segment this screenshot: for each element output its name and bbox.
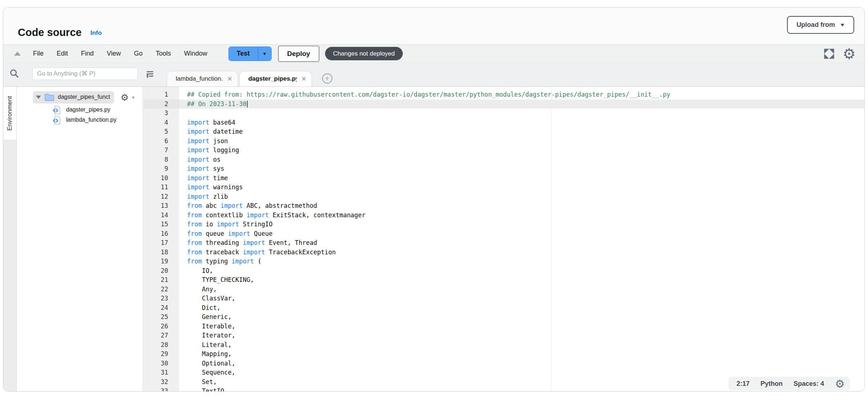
code-text: threading <box>202 239 243 246</box>
menu-item-go[interactable]: Go <box>134 50 143 57</box>
code-keyword: import <box>187 183 209 191</box>
code-line-28[interactable]: Literal, <box>179 340 864 350</box>
code-line-1[interactable]: ## Copied from: https://raw.githubuserco… <box>179 90 864 100</box>
code-line-27[interactable]: Iterator, <box>179 331 864 340</box>
line-number: 17 <box>143 238 179 248</box>
editor-statusbar: 2:17 Python Spaces: 4 ⚙ <box>729 377 850 391</box>
code-line-25[interactable]: Generic, <box>179 312 864 322</box>
menu-item-find[interactable]: Find <box>81 50 94 57</box>
code-line-7[interactable]: import logging <box>179 146 864 155</box>
line-number: 29 <box>143 349 179 359</box>
code-text: zlib <box>209 193 228 200</box>
test-button[interactable]: Test ▼ <box>228 47 272 61</box>
code-comment: ## Copied from: https://raw.githubuserco… <box>187 91 670 98</box>
collapse-pane-icon[interactable] <box>14 52 21 56</box>
go-to-anything-input[interactable] <box>32 68 138 80</box>
search-icon <box>9 69 19 78</box>
menu-item-window[interactable]: Window <box>184 50 207 57</box>
folder-caret-icon[interactable] <box>36 96 41 99</box>
code-line-3[interactable] <box>179 109 864 118</box>
code-keyword: from <box>187 221 202 228</box>
code-area[interactable]: ## Copied from: https://raw.githubuserco… <box>179 87 864 391</box>
line-number: 10 <box>143 174 179 183</box>
code-keyword: from <box>187 230 202 237</box>
code-line-17[interactable]: from threading import Event, Thread <box>179 238 864 248</box>
tab-lambda_function-[interactable]: lambda_function.✕ <box>167 71 238 86</box>
code-line-9[interactable]: import sys <box>179 164 864 174</box>
fullscreen-expand-icon[interactable] <box>824 48 835 59</box>
code-line-8[interactable]: import os <box>179 155 864 165</box>
menu-item-view[interactable]: View <box>107 50 121 57</box>
code-source-panel: Code source Info Upload from ▼ FileEditF… <box>3 7 865 392</box>
tree-file-label: lambda_function.py <box>66 117 117 123</box>
tree-settings-gear-icon[interactable]: ⚙ <box>121 92 129 103</box>
code-text: Dict, <box>187 304 220 311</box>
environment-tab[interactable]: Environment <box>3 87 16 140</box>
code-line-11[interactable]: import warnings <box>179 183 864 192</box>
code-line-22[interactable]: Any, <box>179 285 864 294</box>
code-line-16[interactable]: from queue import Queue <box>179 229 864 239</box>
code-keyword: import <box>232 258 254 265</box>
menu-item-edit[interactable]: Edit <box>57 50 68 57</box>
code-line-24[interactable]: Dict, <box>179 303 864 313</box>
info-link[interactable]: Info <box>90 29 102 37</box>
tab-list-icon[interactable] <box>146 70 154 79</box>
code-line-31[interactable]: Sequence, <box>179 368 864 377</box>
code-line-29[interactable]: Mapping, <box>179 349 864 359</box>
tab-close-icon[interactable]: ✕ <box>301 75 306 83</box>
code-text: ( <box>254 258 261 265</box>
line-number: 8 <box>143 155 179 165</box>
cursor-position[interactable]: 2:17 <box>737 380 750 388</box>
code-line-18[interactable]: from traceback import TracebackException <box>179 248 864 257</box>
code-editor: 1234567891011121314151617181920212223242… <box>143 87 864 391</box>
code-keyword: import <box>220 202 243 209</box>
code-line-6[interactable]: import json <box>179 137 864 146</box>
code-line-20[interactable]: IO, <box>179 266 864 276</box>
settings-gear-icon[interactable]: ⚙ <box>843 47 856 61</box>
code-keyword: from <box>187 248 202 256</box>
code-line-15[interactable]: from io import StringIO <box>179 220 864 229</box>
test-dropdown-arrow[interactable]: ▼ <box>258 47 271 61</box>
code-line-19[interactable]: from typing import ( <box>179 257 864 266</box>
line-number: 12 <box>143 192 179 202</box>
line-number: 33 <box>143 387 179 391</box>
tree-file-dagster_pipes-py[interactable]: dagster_pipes.py <box>17 105 143 115</box>
code-line-26[interactable]: Iterable, <box>179 322 864 331</box>
code-line-23[interactable]: ClassVar, <box>179 294 864 303</box>
code-text: traceback <box>202 248 243 256</box>
code-keyword: import <box>187 165 209 172</box>
code-line-14[interactable]: from contextlib import ExitStack, contex… <box>179 211 864 220</box>
code-keyword: import <box>217 221 239 228</box>
tree-folder-row[interactable]: dagster_pipes_funct ⚙ ▼ <box>17 91 143 104</box>
code-keyword: import <box>228 230 250 237</box>
line-number: 6 <box>143 137 179 146</box>
upload-from-button[interactable]: Upload from ▼ <box>787 16 854 34</box>
menu-item-file[interactable]: File <box>33 50 44 57</box>
code-keyword: import <box>187 119 209 126</box>
line-number: 3 <box>143 109 179 118</box>
tree-file-lambda_function-py[interactable]: lambda_function.py <box>17 115 143 125</box>
code-line-13[interactable]: from abc import ABC, abstractmethod <box>179 201 864 211</box>
tab-close-icon[interactable]: ✕ <box>227 75 232 83</box>
new-tab-button[interactable]: + <box>322 73 332 84</box>
indentation-setting[interactable]: Spaces: 4 <box>794 380 824 388</box>
code-line-21[interactable]: TYPE_CHECKING, <box>179 275 864 285</box>
language-mode[interactable]: Python <box>760 380 783 388</box>
menu-item-tools[interactable]: Tools <box>156 50 171 57</box>
code-line-10[interactable]: import time <box>179 174 864 183</box>
editor-menubar: FileEditFindViewGoToolsWindow Test ▼ Dep… <box>3 44 864 63</box>
code-keyword: from <box>187 258 202 265</box>
tree-files: dagster_pipes.pylambda_function.py <box>17 105 143 125</box>
test-button-label[interactable]: Test <box>229 47 258 61</box>
code-line-12[interactable]: import zlib <box>179 192 864 202</box>
code-text: Set, <box>187 378 217 385</box>
code-line-5[interactable]: import datetime <box>179 127 864 137</box>
code-keyword: import <box>187 156 209 163</box>
chevron-down-icon: ▼ <box>840 22 845 28</box>
statusbar-gear-icon[interactable]: ⚙ <box>835 377 845 390</box>
code-line-2[interactable]: ## On 2023-11-30 <box>179 100 864 109</box>
tab-dagster_pipes-py[interactable]: dagster_pipes.py✕ <box>239 71 312 86</box>
code-line-30[interactable]: Optional, <box>179 359 864 368</box>
deploy-button[interactable]: Deploy <box>278 46 319 62</box>
code-line-4[interactable]: import base64 <box>179 118 864 128</box>
